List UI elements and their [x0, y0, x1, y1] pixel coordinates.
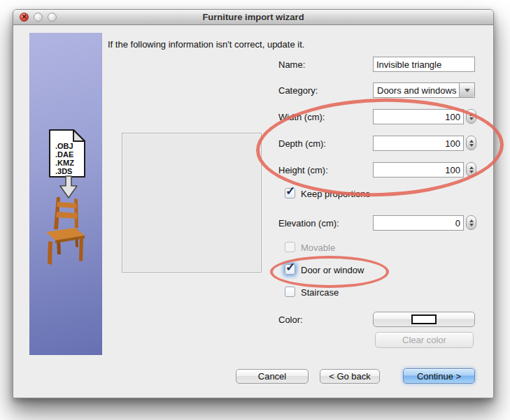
screenshot-root: { "window": { "title": "Furniture import… [0, 0, 510, 420]
color-picker-button[interactable] [373, 312, 475, 327]
keep-proportions-label: Keep proportions [301, 189, 370, 199]
door-or-window-checkbox[interactable]: ✓ [285, 264, 295, 275]
elevation-stepper[interactable] [466, 215, 476, 230]
category-label: Category: [278, 85, 318, 96]
spinner-up-icon[interactable] [469, 140, 474, 143]
category-dropdown-button[interactable] [459, 83, 474, 97]
wizard-sidebar-illustration: .OBJ .DAE .KMZ .3DS [29, 33, 102, 355]
spinner-up-icon[interactable] [469, 166, 474, 169]
elevation-label: Elevation (cm): [278, 218, 339, 229]
color-swatch [411, 314, 437, 324]
window-title: Furniture import wizard [13, 12, 493, 22]
chevron-down-icon [465, 89, 470, 92]
movable-checkbox[interactable]: ✓ [285, 242, 295, 252]
clear-color-button[interactable]: Clear color [375, 332, 474, 348]
furniture-import-wizard-window: ✕ Furniture import wizard .OBJ .DAE .KMZ… [13, 9, 494, 398]
model-file-icon: .OBJ .DAE .KMZ .3DS [48, 129, 86, 178]
height-label: Height (cm): [278, 165, 328, 175]
file-format: .3DS [55, 167, 74, 175]
width-stepper[interactable] [466, 109, 476, 124]
staircase-label: Staircase [301, 287, 339, 298]
height-stepper[interactable] [466, 162, 476, 177]
spinner-up-icon[interactable] [469, 219, 474, 222]
spinner-down-icon[interactable] [469, 171, 474, 173]
elevation-input[interactable] [373, 215, 464, 231]
keep-proportions-checkbox[interactable]: ✓ [285, 188, 295, 198]
file-format: .OBJ [55, 142, 74, 150]
depth-input[interactable] [373, 136, 464, 151]
name-label: Name: [278, 59, 305, 70]
chair-illustration [46, 197, 85, 267]
door-or-window-label: Door or window [301, 265, 364, 275]
spinner-down-icon[interactable] [469, 117, 474, 120]
check-icon: ✓ [285, 184, 295, 198]
file-format: .KMZ [55, 159, 74, 167]
instruction-text: If the following information isn't corre… [108, 39, 304, 50]
movable-label: Movable [301, 242, 335, 253]
staircase-checkbox[interactable]: ✓ [285, 287, 295, 297]
continue-button[interactable]: Continue > [403, 368, 475, 384]
file-format: .DAE [55, 150, 74, 159]
go-back-button[interactable]: < Go back [320, 369, 380, 384]
height-input[interactable] [373, 162, 464, 178]
depth-stepper[interactable] [466, 136, 476, 150]
name-input[interactable] [373, 57, 475, 72]
file-format-list: .OBJ .DAE .KMZ .3DS [55, 142, 74, 175]
model-preview [122, 133, 262, 273]
down-arrow-icon [59, 175, 78, 199]
check-icon: ✓ [285, 260, 295, 275]
spinner-down-icon[interactable] [469, 144, 474, 147]
width-input[interactable] [373, 109, 464, 124]
spinner-up-icon[interactable] [469, 113, 474, 116]
spinner-down-icon[interactable] [469, 224, 474, 226]
depth-label: Depth (cm): [278, 138, 326, 149]
cancel-button[interactable]: Cancel [236, 369, 309, 384]
width-label: Width (cm): [278, 112, 325, 122]
color-label: Color: [278, 314, 303, 325]
title-bar[interactable]: ✕ Furniture import wizard [13, 10, 493, 25]
category-selected-value: Doors and windows [374, 85, 459, 96]
category-select[interactable]: Doors and windows [373, 82, 475, 98]
